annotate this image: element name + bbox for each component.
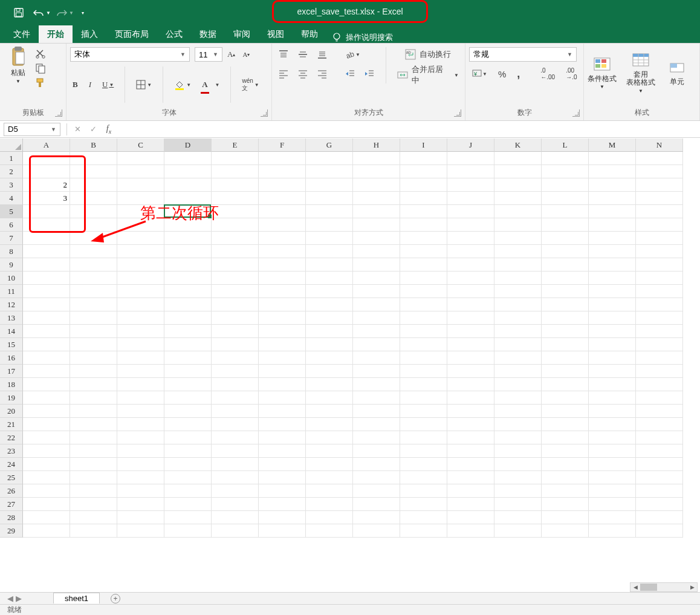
cell[interactable] <box>117 418 164 431</box>
cell[interactable] <box>117 218 164 232</box>
cell[interactable] <box>70 258 117 272</box>
cell[interactable] <box>259 218 306 232</box>
cell[interactable] <box>353 458 400 471</box>
cell[interactable] <box>400 272 447 285</box>
cell[interactable] <box>494 338 542 351</box>
cell[interactable] <box>164 458 212 471</box>
cell[interactable] <box>353 378 400 391</box>
cell[interactable] <box>164 351 212 365</box>
italic-button[interactable]: I <box>86 77 94 92</box>
cell[interactable] <box>70 458 117 471</box>
cell[interactable] <box>164 405 212 418</box>
cell[interactable] <box>259 165 306 178</box>
cell[interactable] <box>636 232 683 245</box>
cell[interactable] <box>23 418 70 431</box>
cell[interactable] <box>589 418 636 431</box>
cell[interactable] <box>70 471 117 484</box>
paste-button[interactable]: 粘贴 ▼ <box>4 46 33 84</box>
cell[interactable] <box>306 311 353 325</box>
cell[interactable] <box>636 272 683 285</box>
format-painter-button[interactable] <box>35 77 46 88</box>
cell[interactable] <box>70 272 117 285</box>
cell[interactable] <box>447 498 494 511</box>
row-header[interactable]: 22 <box>0 431 23 444</box>
cell[interactable] <box>636 218 683 232</box>
column-header[interactable]: F <box>259 138 306 152</box>
cell[interactable] <box>23 405 70 418</box>
cell[interactable] <box>400 351 447 365</box>
cell[interactable] <box>542 245 589 258</box>
cell[interactable] <box>164 444 212 458</box>
cell[interactable] <box>589 511 636 524</box>
cell[interactable] <box>636 298 683 311</box>
cell[interactable] <box>494 165 542 178</box>
tell-me-search[interactable]: 操作说明搜索 <box>332 32 393 43</box>
horizontal-scrollbar[interactable]: ◀ ▶ <box>630 582 698 592</box>
column-header[interactable]: K <box>494 138 542 152</box>
cell[interactable] <box>494 258 542 272</box>
cell[interactable] <box>164 484 212 498</box>
cell[interactable] <box>636 444 683 458</box>
cell[interactable] <box>542 338 589 351</box>
cell[interactable] <box>70 498 117 511</box>
cell[interactable] <box>494 458 542 471</box>
cell[interactable] <box>353 471 400 484</box>
cell[interactable] <box>494 178 542 192</box>
row-header[interactable]: 8 <box>0 245 23 258</box>
cell[interactable] <box>70 152 117 165</box>
cell[interactable] <box>589 232 636 245</box>
column-header[interactable]: A <box>23 138 70 152</box>
tab-file[interactable]: 文件 <box>5 25 39 43</box>
cell[interactable] <box>400 498 447 511</box>
cell[interactable] <box>353 192 400 205</box>
cell[interactable] <box>636 365 683 378</box>
cell[interactable] <box>259 298 306 311</box>
cell[interactable] <box>23 378 70 391</box>
row-header[interactable]: 19 <box>0 391 23 405</box>
cell[interactable] <box>259 511 306 524</box>
dropdown-icon[interactable]: ▼ <box>46 10 51 16</box>
column-header[interactable]: G <box>306 138 353 152</box>
cell[interactable] <box>212 351 259 365</box>
cell[interactable] <box>353 205 400 218</box>
column-header[interactable]: E <box>212 138 259 152</box>
dropdown-icon[interactable]: ▼ <box>69 10 74 16</box>
cell[interactable] <box>353 338 400 351</box>
cell[interactable] <box>589 391 636 405</box>
cell[interactable] <box>400 391 447 405</box>
phonetic-button[interactable]: wén文▼ <box>239 77 261 92</box>
cell[interactable] <box>589 378 636 391</box>
increase-indent-button[interactable] <box>361 67 377 81</box>
decrease-font-button[interactable]: A▾ <box>240 47 252 62</box>
cell[interactable] <box>259 391 306 405</box>
cell[interactable] <box>23 272 70 285</box>
cell[interactable] <box>306 325 353 338</box>
cell[interactable] <box>400 178 447 192</box>
cell[interactable] <box>589 431 636 444</box>
alignment-dialog-launcher[interactable] <box>454 109 461 117</box>
cell[interactable] <box>636 498 683 511</box>
cell[interactable] <box>400 245 447 258</box>
scroll-left-button[interactable]: ◀ <box>630 583 640 591</box>
cell[interactable] <box>306 378 353 391</box>
cell[interactable] <box>212 232 259 245</box>
cell[interactable] <box>447 471 494 484</box>
row-header[interactable]: 12 <box>0 298 23 311</box>
cell[interactable] <box>306 458 353 471</box>
row-header[interactable]: 24 <box>0 458 23 471</box>
cell[interactable] <box>542 285 589 298</box>
formula-input[interactable] <box>117 123 700 136</box>
cell[interactable] <box>353 431 400 444</box>
cell[interactable] <box>164 524 212 538</box>
copy-button[interactable] <box>35 63 46 74</box>
bold-button[interactable]: B <box>70 77 80 92</box>
cell[interactable] <box>70 245 117 258</box>
cell[interactable] <box>259 498 306 511</box>
cell[interactable] <box>117 365 164 378</box>
cell[interactable] <box>23 311 70 325</box>
cell[interactable] <box>164 205 212 218</box>
cell[interactable] <box>494 498 542 511</box>
cell[interactable] <box>259 524 306 538</box>
cell[interactable] <box>636 311 683 325</box>
cell[interactable] <box>542 378 589 391</box>
